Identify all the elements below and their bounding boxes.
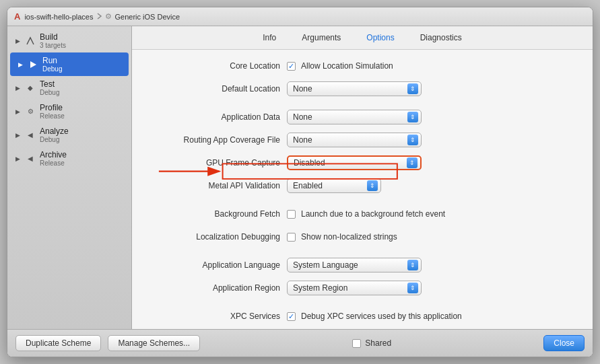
device-icon: ⚙ <box>105 12 112 21</box>
sidebar-item-test[interactable]: ▶ ◆ Test Debug <box>7 76 131 100</box>
row-application-language: Application Language System Language ⇕ <box>145 257 579 273</box>
dropdown-application-data-arrow: ⇕ <box>407 112 418 122</box>
row-metal-api-validation: Metal API Validation Enabled ⇕ <box>145 178 579 194</box>
project-name: ios-swift-hello-places <box>24 13 93 21</box>
label-default-location: Default Location <box>145 84 287 94</box>
checkbox-core-location[interactable] <box>287 62 296 71</box>
close-button[interactable]: Close <box>543 335 585 351</box>
value-gpu-frame-capture: Disabled ⇕ <box>287 155 579 170</box>
bottom-bar: Duplicate Scheme Manage Schemes... Share… <box>7 329 593 357</box>
value-routing-app-coverage: None ⇕ <box>287 133 579 147</box>
run-arrow-icon: ▶ <box>17 61 24 68</box>
main-window: A ios-swift-hello-places ⚙ Generic iOS D… <box>7 7 593 357</box>
checkbox-background-fetch[interactable] <box>287 210 296 219</box>
value-core-location: Allow Location Simulation <box>287 61 579 71</box>
tab-diagnostics[interactable]: Diagnostics <box>418 32 465 44</box>
run-text: Run Debug <box>42 56 62 73</box>
device-name: Generic iOS Device <box>114 13 180 21</box>
sidebar-item-profile[interactable]: ▶ ⚙ Profile Release <box>7 100 131 123</box>
run-icon <box>28 59 38 70</box>
titlebar: A ios-swift-hello-places ⚙ Generic iOS D… <box>7 7 593 26</box>
checkbox-xpc-services[interactable] <box>287 312 296 321</box>
tab-options[interactable]: Options <box>364 32 397 44</box>
row-background-fetch: Background Fetch Launch due to a backgro… <box>145 206 579 222</box>
archive-label: Archive <box>40 150 67 159</box>
tab-arguments[interactable]: Arguments <box>299 32 343 44</box>
label-core-location: Core Location <box>145 61 287 71</box>
dropdown-application-region-arrow: ⇕ <box>407 283 418 293</box>
analyze-arrow-icon: ▶ <box>14 132 21 139</box>
label-xpc-services: XPC Services <box>145 312 287 321</box>
dropdown-routing-app-coverage[interactable]: None ⇕ <box>287 133 422 147</box>
value-application-language: System Language ⇕ <box>287 258 579 272</box>
tab-info[interactable]: Info <box>260 32 279 44</box>
dropdown-application-language[interactable]: System Language ⇕ <box>287 258 422 272</box>
checkbox-localization-debugging[interactable] <box>287 233 296 242</box>
duplicate-scheme-button[interactable]: Duplicate Scheme <box>15 335 101 351</box>
profile-text: Profile Release <box>40 103 65 120</box>
build-sub: 3 targets <box>40 42 66 49</box>
shared-row: Shared <box>352 338 391 348</box>
test-text: Test Debug <box>40 79 59 96</box>
value-metal-api-validation: Enabled ⇕ <box>287 178 579 193</box>
dropdown-metal-api-validation-arrow: ⇕ <box>367 180 378 191</box>
dropdown-gpu-frame-capture[interactable]: Disabled ⇕ <box>287 155 422 170</box>
row-xpc-services: XPC Services Debug XPC services used by … <box>145 308 579 324</box>
label-routing-app-coverage: Routing App Coverage File <box>145 135 287 145</box>
label-background-fetch: Background Fetch <box>145 209 287 219</box>
sidebar-item-archive[interactable]: ▶ ◀ Archive Release <box>7 147 131 170</box>
build-text: Build 3 targets <box>40 32 66 49</box>
value-localization-debugging: Show non-localized strings <box>287 232 579 242</box>
value-application-region: System Region ⇕ <box>287 281 579 295</box>
dropdown-metal-api-validation[interactable]: Enabled ⇕ <box>287 178 381 193</box>
analyze-icon: ◀ <box>25 130 36 141</box>
value-xpc-services: Debug XPC services used by this applicat… <box>287 312 579 321</box>
value-default-location: None ⇕ <box>287 81 579 96</box>
row-application-region: Application Region System Region ⇕ <box>145 280 579 296</box>
build-label: Build <box>40 32 66 42</box>
profile-icon: ⚙ <box>25 106 36 117</box>
text-core-location: Allow Location Simulation <box>301 61 393 71</box>
shared-label: Shared <box>365 338 391 348</box>
profile-label: Profile <box>40 103 65 112</box>
row-gpu-frame-capture: GPU Frame Capture Disabled ⇕ <box>145 155 579 171</box>
dropdown-application-data[interactable]: None ⇕ <box>287 110 422 124</box>
manage-schemes-button[interactable]: Manage Schemes... <box>108 335 200 351</box>
checkbox-shared[interactable] <box>352 339 361 348</box>
value-background-fetch: Launch due to a background fetch event <box>287 209 579 219</box>
sidebar: ▶ Build 3 targets ▶ Run Debug <box>7 26 132 329</box>
row-default-location: Default Location None ⇕ <box>145 81 579 97</box>
dropdown-application-region[interactable]: System Region ⇕ <box>287 281 422 295</box>
label-application-region: Application Region <box>145 283 287 293</box>
row-application-data: Application Data None ⇕ <box>145 109 579 125</box>
test-sub: Debug <box>40 89 59 96</box>
panel-wrapper: Info Arguments Options Diagnostics Core … <box>132 26 593 329</box>
archive-text: Archive Release <box>40 150 67 167</box>
archive-arrow-icon: ▶ <box>14 155 21 162</box>
dropdown-routing-app-coverage-arrow: ⇕ <box>407 135 418 145</box>
row-core-location: Core Location Allow Location Simulation <box>145 58 579 74</box>
dropdown-default-location[interactable]: None ⇕ <box>287 81 422 96</box>
run-label: Run <box>42 56 62 65</box>
analyze-sub: Debug <box>40 136 69 143</box>
row-routing-app-coverage: Routing App Coverage File None ⇕ <box>145 132 579 148</box>
dropdown-gpu-frame-capture-arrow: ⇕ <box>407 157 418 168</box>
dropdown-default-location-arrow: ⇕ <box>407 83 418 94</box>
archive-icon: ◀ <box>25 153 36 164</box>
label-application-language: Application Language <box>145 260 287 270</box>
sidebar-item-run[interactable]: ▶ Run Debug <box>10 52 129 76</box>
svg-marker-0 <box>30 61 36 68</box>
text-xpc-services: Debug XPC services used by this applicat… <box>301 312 462 321</box>
main-content: ▶ Build 3 targets ▶ Run Debug <box>7 26 593 329</box>
profile-arrow-icon: ▶ <box>14 108 21 115</box>
text-background-fetch: Launch due to a background fetch event <box>301 209 445 219</box>
build-icon <box>25 36 36 46</box>
sidebar-item-build[interactable]: ▶ Build 3 targets <box>7 29 131 52</box>
test-arrow-icon: ▶ <box>14 85 21 92</box>
settings-content: Core Location Allow Location Simulation … <box>132 50 593 329</box>
content-panel: Info Arguments Options Diagnostics Core … <box>132 26 593 329</box>
sidebar-item-analyze[interactable]: ▶ ◀ Analyze Debug <box>7 123 131 147</box>
label-application-data: Application Data <box>145 112 287 122</box>
analyze-text: Analyze Debug <box>40 126 69 143</box>
label-metal-api-validation: Metal API Validation <box>145 181 287 190</box>
